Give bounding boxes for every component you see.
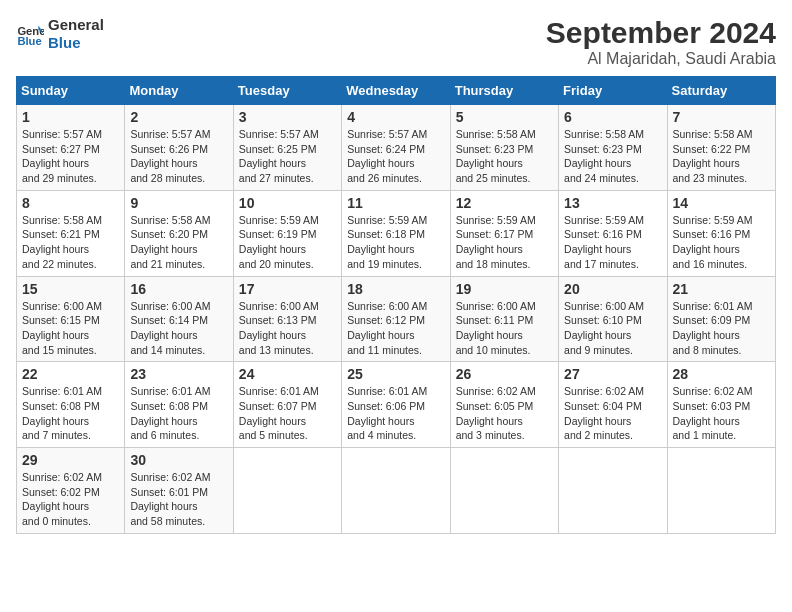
table-cell: 28Sunrise: 6:02 AMSunset: 6:03 PMDayligh… [667, 362, 775, 448]
day-number: 12 [456, 195, 553, 211]
table-cell: 2Sunrise: 5:57 AMSunset: 6:26 PMDaylight… [125, 105, 233, 191]
day-info: Sunrise: 5:58 AMSunset: 6:20 PMDaylight … [130, 213, 227, 272]
day-number: 16 [130, 281, 227, 297]
day-info: Sunrise: 6:00 AMSunset: 6:14 PMDaylight … [130, 299, 227, 358]
table-cell: 7Sunrise: 5:58 AMSunset: 6:22 PMDaylight… [667, 105, 775, 191]
day-info: Sunrise: 6:01 AMSunset: 6:06 PMDaylight … [347, 384, 444, 443]
day-number: 13 [564, 195, 661, 211]
table-cell: 27Sunrise: 6:02 AMSunset: 6:04 PMDayligh… [559, 362, 667, 448]
table-cell: 25Sunrise: 6:01 AMSunset: 6:06 PMDayligh… [342, 362, 450, 448]
day-number: 25 [347, 366, 444, 382]
day-info: Sunrise: 5:57 AMSunset: 6:27 PMDaylight … [22, 127, 119, 186]
day-number: 8 [22, 195, 119, 211]
calendar-row: 22Sunrise: 6:01 AMSunset: 6:08 PMDayligh… [17, 362, 776, 448]
table-cell: 19Sunrise: 6:00 AMSunset: 6:11 PMDayligh… [450, 276, 558, 362]
table-cell [559, 448, 667, 534]
day-info: Sunrise: 5:57 AMSunset: 6:26 PMDaylight … [130, 127, 227, 186]
table-cell: 24Sunrise: 6:01 AMSunset: 6:07 PMDayligh… [233, 362, 341, 448]
day-number: 21 [673, 281, 770, 297]
day-info: Sunrise: 6:01 AMSunset: 6:07 PMDaylight … [239, 384, 336, 443]
day-number: 2 [130, 109, 227, 125]
day-number: 19 [456, 281, 553, 297]
page-subtitle: Al Majaridah, Saudi Arabia [546, 50, 776, 68]
day-number: 17 [239, 281, 336, 297]
day-info: Sunrise: 6:00 AMSunset: 6:13 PMDaylight … [239, 299, 336, 358]
header: General Blue General Blue September 2024… [16, 16, 776, 68]
page-title: September 2024 [546, 16, 776, 50]
table-cell: 26Sunrise: 6:02 AMSunset: 6:05 PMDayligh… [450, 362, 558, 448]
col-monday: Monday [125, 77, 233, 105]
day-number: 20 [564, 281, 661, 297]
day-number: 10 [239, 195, 336, 211]
day-number: 1 [22, 109, 119, 125]
table-cell: 21Sunrise: 6:01 AMSunset: 6:09 PMDayligh… [667, 276, 775, 362]
day-info: Sunrise: 6:02 AMSunset: 6:04 PMDaylight … [564, 384, 661, 443]
day-info: Sunrise: 6:02 AMSunset: 6:03 PMDaylight … [673, 384, 770, 443]
day-info: Sunrise: 6:00 AMSunset: 6:10 PMDaylight … [564, 299, 661, 358]
table-cell [450, 448, 558, 534]
day-info: Sunrise: 5:59 AMSunset: 6:16 PMDaylight … [673, 213, 770, 272]
logo-text-blue: Blue [48, 34, 104, 52]
table-cell: 5Sunrise: 5:58 AMSunset: 6:23 PMDaylight… [450, 105, 558, 191]
title-block: September 2024 Al Majaridah, Saudi Arabi… [546, 16, 776, 68]
day-number: 18 [347, 281, 444, 297]
table-cell: 12Sunrise: 5:59 AMSunset: 6:17 PMDayligh… [450, 190, 558, 276]
col-thursday: Thursday [450, 77, 558, 105]
calendar-row: 15Sunrise: 6:00 AMSunset: 6:15 PMDayligh… [17, 276, 776, 362]
table-cell: 13Sunrise: 5:59 AMSunset: 6:16 PMDayligh… [559, 190, 667, 276]
day-info: Sunrise: 6:00 AMSunset: 6:11 PMDaylight … [456, 299, 553, 358]
col-wednesday: Wednesday [342, 77, 450, 105]
table-cell: 14Sunrise: 5:59 AMSunset: 6:16 PMDayligh… [667, 190, 775, 276]
table-cell: 30Sunrise: 6:02 AMSunset: 6:01 PMDayligh… [125, 448, 233, 534]
day-info: Sunrise: 6:00 AMSunset: 6:12 PMDaylight … [347, 299, 444, 358]
calendar-table: Sunday Monday Tuesday Wednesday Thursday… [16, 76, 776, 534]
table-cell: 15Sunrise: 6:00 AMSunset: 6:15 PMDayligh… [17, 276, 125, 362]
day-number: 3 [239, 109, 336, 125]
day-info: Sunrise: 5:59 AMSunset: 6:16 PMDaylight … [564, 213, 661, 272]
table-cell: 1Sunrise: 5:57 AMSunset: 6:27 PMDaylight… [17, 105, 125, 191]
table-cell: 16Sunrise: 6:00 AMSunset: 6:14 PMDayligh… [125, 276, 233, 362]
table-cell: 6Sunrise: 5:58 AMSunset: 6:23 PMDaylight… [559, 105, 667, 191]
day-number: 6 [564, 109, 661, 125]
day-info: Sunrise: 6:01 AMSunset: 6:08 PMDaylight … [22, 384, 119, 443]
table-cell: 18Sunrise: 6:00 AMSunset: 6:12 PMDayligh… [342, 276, 450, 362]
calendar-row: 8Sunrise: 5:58 AMSunset: 6:21 PMDaylight… [17, 190, 776, 276]
day-number: 14 [673, 195, 770, 211]
day-number: 11 [347, 195, 444, 211]
day-number: 5 [456, 109, 553, 125]
calendar-row: 29Sunrise: 6:02 AMSunset: 6:02 PMDayligh… [17, 448, 776, 534]
calendar-header-row: Sunday Monday Tuesday Wednesday Thursday… [17, 77, 776, 105]
calendar-row: 1Sunrise: 5:57 AMSunset: 6:27 PMDaylight… [17, 105, 776, 191]
day-info: Sunrise: 5:59 AMSunset: 6:18 PMDaylight … [347, 213, 444, 272]
table-cell: 8Sunrise: 5:58 AMSunset: 6:21 PMDaylight… [17, 190, 125, 276]
col-friday: Friday [559, 77, 667, 105]
table-cell: 17Sunrise: 6:00 AMSunset: 6:13 PMDayligh… [233, 276, 341, 362]
day-info: Sunrise: 5:57 AMSunset: 6:25 PMDaylight … [239, 127, 336, 186]
day-number: 30 [130, 452, 227, 468]
logo-text-general: General [48, 16, 104, 34]
day-number: 29 [22, 452, 119, 468]
table-cell: 20Sunrise: 6:00 AMSunset: 6:10 PMDayligh… [559, 276, 667, 362]
day-info: Sunrise: 6:02 AMSunset: 6:05 PMDaylight … [456, 384, 553, 443]
table-cell: 9Sunrise: 5:58 AMSunset: 6:20 PMDaylight… [125, 190, 233, 276]
table-cell [233, 448, 341, 534]
table-cell [342, 448, 450, 534]
table-cell: 22Sunrise: 6:01 AMSunset: 6:08 PMDayligh… [17, 362, 125, 448]
day-number: 7 [673, 109, 770, 125]
day-info: Sunrise: 5:59 AMSunset: 6:17 PMDaylight … [456, 213, 553, 272]
day-info: Sunrise: 5:58 AMSunset: 6:23 PMDaylight … [564, 127, 661, 186]
day-info: Sunrise: 6:01 AMSunset: 6:08 PMDaylight … [130, 384, 227, 443]
day-number: 24 [239, 366, 336, 382]
day-number: 26 [456, 366, 553, 382]
day-number: 9 [130, 195, 227, 211]
day-info: Sunrise: 6:01 AMSunset: 6:09 PMDaylight … [673, 299, 770, 358]
day-number: 22 [22, 366, 119, 382]
table-cell: 29Sunrise: 6:02 AMSunset: 6:02 PMDayligh… [17, 448, 125, 534]
day-info: Sunrise: 6:02 AMSunset: 6:02 PMDaylight … [22, 470, 119, 529]
day-number: 15 [22, 281, 119, 297]
logo: General Blue General Blue [16, 16, 104, 52]
day-number: 28 [673, 366, 770, 382]
table-cell: 4Sunrise: 5:57 AMSunset: 6:24 PMDaylight… [342, 105, 450, 191]
table-cell [667, 448, 775, 534]
col-sunday: Sunday [17, 77, 125, 105]
